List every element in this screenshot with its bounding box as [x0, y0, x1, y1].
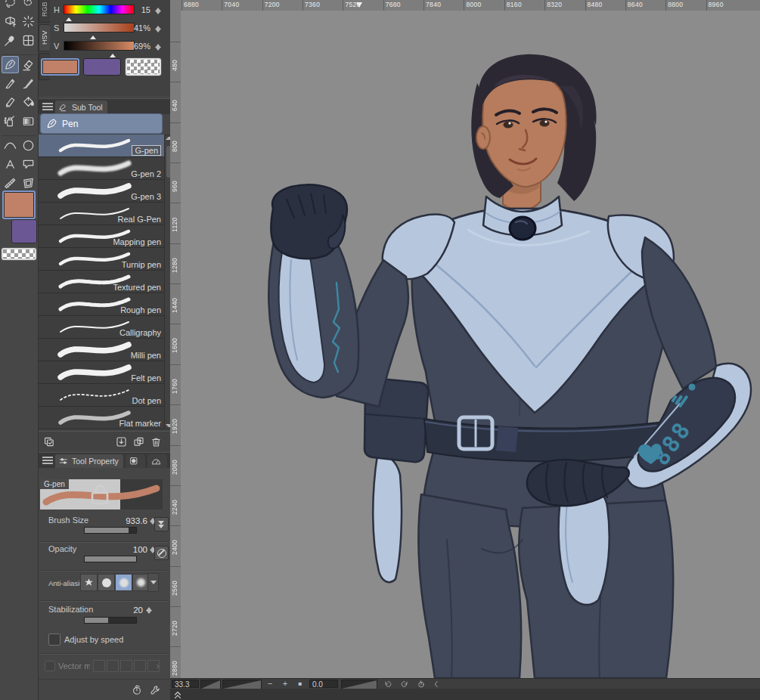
ruler-top[interactable]: 6880704072007360752076807840800081608320… [181, 0, 760, 11]
slider-gradient-bar[interactable] [64, 41, 135, 51]
import-subtool-icon[interactable] [115, 435, 128, 448]
brush-size-slider[interactable] [84, 527, 137, 534]
tool-ellipse[interactable] [20, 137, 37, 154]
zoom-value[interactable]: 33.3 [172, 680, 199, 688]
slider-value[interactable]: 41% [125, 23, 150, 33]
tool-brush[interactable] [20, 75, 37, 92]
zoom-out-button[interactable]: − [265, 680, 275, 688]
brush-item-textured-pen[interactable]: Textured pen [39, 271, 164, 293]
undo-icon[interactable] [383, 680, 392, 689]
color-mode-tab-hsv[interactable]: HSV [39, 24, 50, 51]
tab-tool-property[interactable]: Tool Property [55, 454, 123, 468]
brush-item-rough-pen[interactable]: Rough pen [39, 293, 164, 316]
fit-to-screen-button[interactable]: ■ [296, 680, 305, 688]
panel-menu-icon[interactable] [42, 101, 53, 112]
opacity-value[interactable]: 100 [133, 545, 147, 554]
tool-spray[interactable] [2, 113, 19, 130]
brush-size-dynamics-button[interactable] [154, 517, 169, 531]
slider-gradient-bar[interactable] [64, 5, 135, 14]
tool-text[interactable] [2, 156, 19, 173]
tool-auto-select[interactable] [20, 13, 37, 30]
vector-magnet-option-2[interactable] [120, 660, 132, 672]
panel-menu-icon[interactable] [42, 455, 53, 466]
canvas-document[interactable]: 888 [181, 11, 760, 678]
transparent-color-swatch[interactable] [2, 248, 36, 260]
vector-magnet-expand-icon[interactable]: › [157, 660, 160, 671]
tool-ruler[interactable] [2, 175, 19, 192]
tool-eyedropper[interactable] [2, 32, 19, 49]
tool-grid[interactable] [20, 32, 37, 49]
tool-gradient[interactable] [20, 113, 37, 130]
tool-pen[interactable] [2, 56, 19, 73]
collapse-left-icon[interactable] [432, 680, 441, 689]
ruler-left[interactable]: 4806408009601120128014401600176019202080… [170, 11, 181, 678]
reset-rotation-icon[interactable] [417, 680, 426, 689]
vector-magnet-option-0[interactable] [93, 660, 105, 672]
vector-magnet-checkbox[interactable] [45, 661, 55, 671]
brush-item-turnip-pen[interactable]: Turnip pen [39, 248, 164, 271]
wrench-icon[interactable] [149, 684, 161, 696]
brush-item-g-pen-3[interactable]: G-pen 3 [39, 180, 164, 203]
anti-aliasing-option-2[interactable] [115, 574, 132, 591]
color-mode-tab-rgb[interactable]: RGB [39, 0, 50, 23]
primary-color-swatch[interactable] [2, 190, 36, 219]
brush-size-value[interactable]: 933.6 [126, 516, 147, 525]
brush-item-calligraphy[interactable]: Calligraphy [39, 316, 164, 339]
slider-caret[interactable] [66, 14, 72, 21]
anti-aliasing-option-0[interactable] [80, 574, 98, 591]
brush-item-g-pen-2[interactable]: G-pen 2 [39, 157, 164, 180]
tool-eraser[interactable] [20, 56, 37, 73]
tool-balloon[interactable] [20, 156, 37, 173]
tool-lasso[interactable] [2, 0, 19, 11]
tool-spiral-lasso[interactable] [20, 0, 37, 11]
secondary-color-swatch[interactable] [83, 58, 121, 76]
tab-brush-size-panel[interactable] [126, 454, 145, 468]
adjust-by-speed-checkbox[interactable] [48, 633, 60, 646]
slider-value[interactable]: 69% [125, 42, 150, 51]
anti-aliasing-dropdown[interactable] [147, 573, 159, 592]
delete-subtool-icon[interactable] [150, 435, 163, 448]
tool-marker[interactable] [2, 94, 19, 111]
brush-item-g-pen[interactable]: G-pen [39, 135, 164, 157]
vector-magnet-option-1[interactable] [107, 660, 119, 672]
anti-aliasing-option-1[interactable] [98, 574, 115, 591]
slider-caret[interactable] [90, 33, 96, 39]
brush-item-flat-marker[interactable]: Flat marker [39, 407, 164, 429]
brush-item-real-g-pen[interactable]: Real G-Pen [39, 203, 164, 225]
stabilization-value[interactable]: 20 [133, 606, 143, 615]
tab-gauge-panel[interactable] [147, 454, 167, 468]
brush-item-milli-pen[interactable]: Milli pen [39, 339, 164, 361]
brush-item-felt-pen[interactable]: Felt pen [39, 361, 164, 384]
vector-magnet-option-3[interactable] [134, 660, 146, 672]
lock-icon[interactable] [40, 479, 163, 510]
opacity-slider[interactable] [84, 556, 137, 562]
tool-operation[interactable] [2, 13, 19, 30]
tool-pencil[interactable] [2, 75, 19, 92]
transparent-color-swatch[interactable] [126, 58, 161, 76]
slider-value[interactable]: 15 [125, 5, 150, 14]
collapse-bar-icon[interactable] [172, 689, 183, 700]
tool-frame[interactable] [20, 175, 37, 192]
primary-color-swatch[interactable] [41, 58, 79, 76]
redo-icon[interactable] [400, 680, 409, 689]
slider-spinner[interactable] [154, 41, 163, 54]
slider-caret[interactable] [110, 51, 116, 57]
zoom-in-button[interactable]: + [281, 680, 290, 688]
tool-fill[interactable] [20, 94, 37, 111]
tool-curve[interactable] [2, 137, 19, 154]
reset-defaults-icon[interactable] [131, 684, 143, 696]
stabilization-spinner[interactable] [145, 604, 154, 617]
opacity-dynamics-button[interactable] [154, 546, 169, 560]
brush-item-dot-pen[interactable]: Dot pen [39, 384, 164, 407]
brush-item-mapping-pen[interactable]: Mapping pen [39, 225, 164, 248]
rotation-value[interactable]: 0.0 [309, 680, 338, 688]
slider-spinner[interactable] [154, 23, 163, 36]
slider-gradient-bar[interactable] [64, 23, 135, 33]
stabilization-slider[interactable] [84, 617, 137, 624]
show-all-subtools-icon[interactable] [43, 435, 56, 448]
slider-spinner[interactable] [154, 5, 163, 17]
secondary-color-swatch[interactable] [11, 219, 37, 243]
subtool-group-pen[interactable]: Pen [40, 113, 163, 134]
duplicate-subtool-icon[interactable] [132, 435, 145, 448]
tab-sub-tool[interactable]: Sub Tool [55, 101, 107, 114]
